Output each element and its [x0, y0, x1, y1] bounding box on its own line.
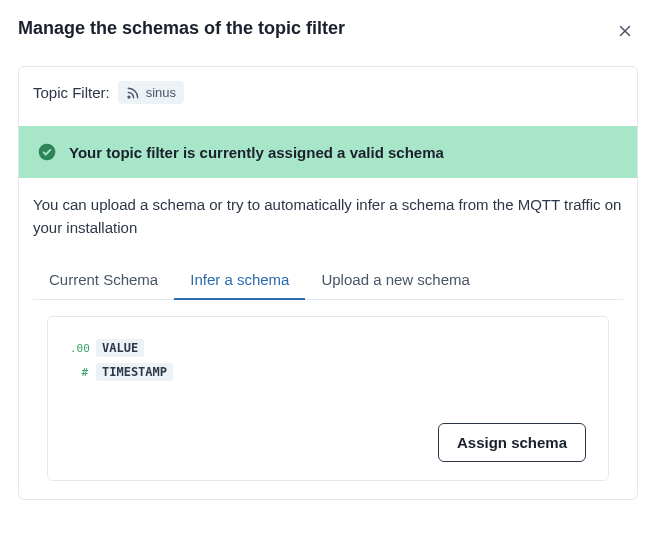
- topic-filter-row: Topic Filter: sinus: [19, 81, 637, 118]
- field-item: .00 VALUE: [70, 339, 586, 357]
- close-icon: [616, 22, 634, 40]
- schema-panel: .00 VALUE # TIMESTAMP Assign schema: [47, 316, 609, 481]
- field-type-icon: .00: [70, 342, 88, 355]
- panel-actions: Assign schema: [70, 423, 586, 462]
- tab-upload-schema[interactable]: Upload a new schema: [305, 261, 485, 300]
- tab-infer-schema[interactable]: Infer a schema: [174, 261, 305, 300]
- modal-body: Topic Filter: sinus Your topic filter is…: [18, 66, 638, 500]
- tab-current-schema[interactable]: Current Schema: [33, 261, 174, 300]
- rss-icon: [126, 86, 140, 100]
- field-name: VALUE: [96, 339, 144, 357]
- description-text: You can upload a schema or try to automa…: [19, 194, 637, 261]
- topic-filter-chip: sinus: [118, 81, 184, 104]
- close-button[interactable]: [612, 18, 638, 44]
- field-name: TIMESTAMP: [96, 363, 173, 381]
- field-type-icon: #: [70, 366, 88, 379]
- alert-success: Your topic filter is currently assigned …: [19, 126, 637, 178]
- check-circle-icon: [37, 142, 57, 162]
- field-list: .00 VALUE # TIMESTAMP: [70, 339, 586, 381]
- assign-schema-button[interactable]: Assign schema: [438, 423, 586, 462]
- alert-message: Your topic filter is currently assigned …: [69, 144, 444, 161]
- topic-filter-label: Topic Filter:: [33, 84, 110, 101]
- svg-point-2: [128, 96, 130, 98]
- modal-title: Manage the schemas of the topic filter: [18, 18, 345, 39]
- topic-filter-value: sinus: [146, 85, 176, 100]
- tabs: Current Schema Infer a schema Upload a n…: [33, 261, 623, 300]
- field-item: # TIMESTAMP: [70, 363, 586, 381]
